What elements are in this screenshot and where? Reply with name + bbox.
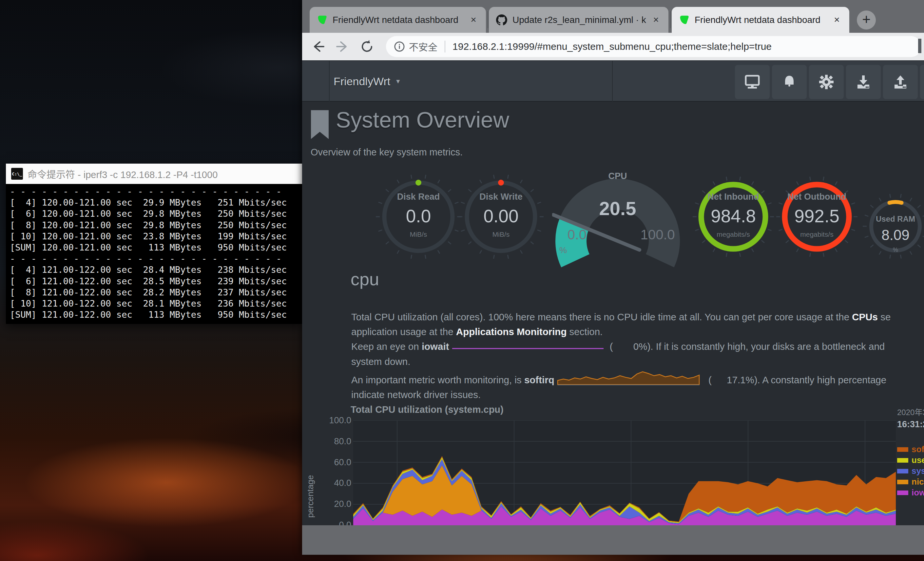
tab-github[interactable]: Update r2s_lean_minimal.yml · k ×	[489, 7, 668, 33]
y-tick-label: 40.0	[321, 478, 351, 488]
address-bar[interactable]: 不安全 192.168.2.1:19999/#menu_system_subme…	[386, 36, 921, 57]
chart-timestamp-date: 2020年3	[897, 406, 924, 417]
settings-button[interactable]	[809, 65, 844, 99]
tab-close-icon[interactable]: ×	[468, 14, 479, 26]
header-button-partial[interactable]	[920, 65, 924, 99]
alarms-button[interactable]	[772, 65, 807, 99]
tab-close-icon[interactable]: ×	[831, 14, 843, 26]
reload-button[interactable]	[358, 38, 375, 55]
legend-label: nice	[912, 477, 924, 487]
text: (	[708, 375, 712, 385]
text: ). A constantly high percentage	[754, 375, 886, 385]
term-softirq: softirq	[524, 375, 554, 385]
legend-item-softirq[interactable]: softirq	[897, 444, 924, 455]
bell-icon	[782, 74, 797, 90]
gauge-value: 992.5	[768, 206, 866, 227]
legend-swatch	[897, 469, 908, 474]
tab-separator	[488, 11, 488, 28]
softirq-sparkline[interactable]	[556, 369, 704, 386]
terminal-line: [ 6] 121.00-122.00 sec 28.5 MBytes 239 M…	[10, 276, 298, 287]
gear-icon	[819, 74, 834, 90]
browser-toolbar: 不安全 192.168.2.1:19999/#menu_system_subme…	[302, 33, 924, 60]
gauge-net-outbound[interactable]: Net Outbound 992.5 megabits/s	[768, 167, 866, 266]
terminal-line: [SUM] 121.00-122.00 sec 113 MBytes 950 M…	[10, 309, 298, 320]
legend-swatch	[897, 490, 908, 495]
gauge-min: 0.0	[557, 227, 597, 243]
netdata-header: FriendlyWrt ▾	[302, 61, 924, 102]
tab-label: Update r2s_lean_minimal.yml · k	[513, 15, 650, 25]
terminal-line: [ 8] 120.00-121.00 sec 29.8 MBytes 250 M…	[10, 220, 298, 231]
text: system down.	[351, 354, 924, 369]
gauge-unit: %	[560, 245, 567, 256]
nodes-view-button[interactable]	[735, 65, 770, 99]
gauge-label: Disk Write	[452, 192, 550, 202]
legend-item-system[interactable]: system	[897, 466, 924, 477]
legend-item-user[interactable]: user	[897, 455, 924, 466]
legend-item-iowait[interactable]: iowait	[897, 487, 924, 498]
chart-ylabel: percentage	[305, 444, 318, 525]
terminal-window[interactable]: C:\_ 命令提示符 - iperf3 -c 192.168.1.2 -P4 -…	[6, 164, 302, 324]
tab-netdata-1[interactable]: FriendlyWrt netdata dashboard ×	[310, 7, 486, 33]
chart-timestamp-time: 16:31:2	[897, 420, 924, 430]
text: ). If it is constantly high, your disks …	[648, 341, 885, 352]
gauge-value: 0.00	[452, 206, 550, 227]
new-tab-button[interactable]: +	[857, 11, 876, 30]
terminal-titlebar[interactable]: C:\_ 命令提示符 - iperf3 -c 192.168.1.2 -P4 -…	[6, 164, 302, 184]
header-divider	[612, 61, 613, 102]
gauge-max: 100.0	[634, 227, 681, 243]
chart-title: Total CPU utilization (system.cpu)	[351, 404, 504, 415]
text	[706, 375, 708, 385]
terminal-line: [ 6] 120.00-121.00 sec 29.8 MBytes 250 M…	[10, 208, 298, 220]
text: se	[878, 311, 891, 322]
legend-label: system	[912, 466, 924, 476]
terminal-line: - - - - - - - - - - - - - - - - - - - - …	[10, 186, 298, 197]
upload-icon	[892, 74, 908, 90]
gauge-label: Used RAM	[856, 214, 924, 224]
gauge-unit: MiB/s	[452, 230, 550, 238]
terminal-line: [ 8] 121.00-122.00 sec 28.2 MBytes 237 M…	[10, 287, 298, 298]
cpu-utilization-chart[interactable]	[353, 420, 896, 525]
export-snapshot-button[interactable]	[883, 65, 918, 99]
gauge-label: CPU	[552, 171, 683, 181]
legend-label: iowait	[912, 487, 924, 498]
legend-label: softirq	[912, 444, 924, 454]
link-applications-monitoring[interactable]: Applications Monitoring	[456, 326, 567, 337]
bookmark-star-icon[interactable]	[918, 39, 921, 53]
host-dropdown[interactable]: FriendlyWrt ▾	[333, 61, 400, 102]
terminal-line: [ 10] 121.00-122.00 sec 28.1 MBytes 236 …	[10, 298, 298, 309]
text: Total CPU utilization (all cores). 100% …	[351, 311, 852, 322]
iowait-sparkline[interactable]	[451, 341, 605, 352]
text: section.	[567, 326, 603, 337]
legend-swatch	[897, 458, 908, 463]
terminal-title: 命令提示符 - iperf3 -c 192.168.1.2 -P4 -t1000	[27, 167, 218, 180]
import-snapshot-button[interactable]	[846, 65, 881, 99]
url-text[interactable]: 192.168.2.1:19999/#menu_system_submenu_c…	[453, 41, 772, 52]
netdata-icon	[679, 15, 689, 25]
link-cpus[interactable]: CPUs	[852, 311, 878, 322]
terminal-line: [ 4] 120.00-121.00 sec 29.9 MBytes 251 M…	[10, 197, 298, 208]
monitor-icon	[744, 74, 761, 90]
tab-close-icon[interactable]: ×	[650, 14, 662, 26]
gauge-ring	[856, 187, 924, 266]
header-divider	[329, 61, 330, 102]
text: (	[610, 341, 613, 352]
gauge-label: Net Outbound	[768, 192, 866, 202]
forward-button[interactable]	[334, 38, 351, 55]
text: application usage at the	[351, 326, 456, 337]
legend-item-nice[interactable]: nice	[897, 477, 924, 487]
gauge-used-ram[interactable]: Used RAM 8.09 %	[856, 187, 924, 266]
netdata-icon	[317, 15, 327, 25]
url-divider	[445, 41, 445, 53]
gauge-disk-write[interactable]: Disk Write 0.00 MiB/s	[452, 167, 550, 266]
info-icon[interactable]	[394, 41, 405, 52]
cmd-icon: C:\_	[11, 168, 23, 180]
tab-netdata-2-active[interactable]: FriendlyWrt netdata dashboard ×	[672, 7, 849, 33]
security-label[interactable]: 不安全	[409, 40, 437, 53]
legend-label: user	[912, 455, 924, 465]
back-button[interactable]	[309, 38, 326, 55]
gauge-value: 8.09	[856, 227, 924, 243]
cpu-gauge-arc	[552, 170, 683, 269]
text: indicate network driver issues.	[351, 387, 924, 401]
gauge-cpu[interactable]: CPU 20.5 0.0 % 100.0	[552, 170, 683, 269]
cpu-description: Total CPU utilization (all cores). 100% …	[351, 310, 924, 401]
